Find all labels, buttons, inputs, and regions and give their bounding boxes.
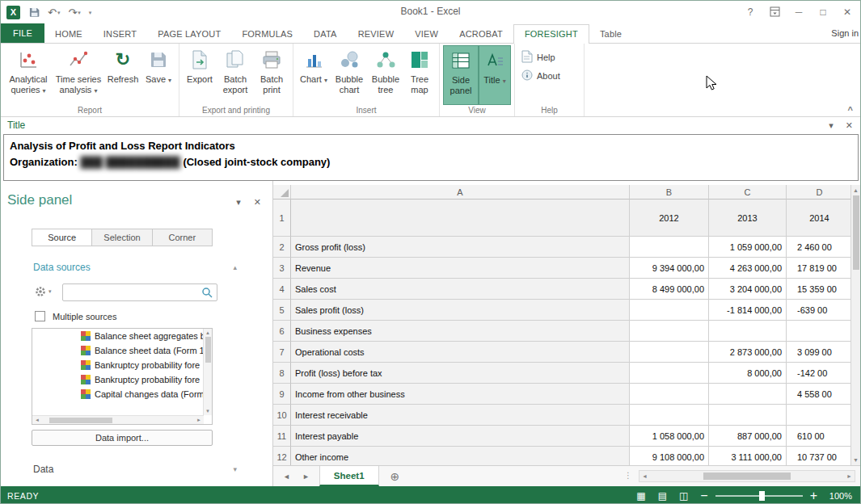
cell-label[interactable]: Interest payable xyxy=(291,426,630,447)
page-layout-view-icon[interactable]: ▤ xyxy=(658,490,667,502)
cell-label[interactable]: Gross profit (loss) xyxy=(291,237,630,258)
cell-value[interactable] xyxy=(787,405,852,426)
tab-acrobat[interactable]: ACROBAT xyxy=(449,25,513,43)
column-header[interactable]: D xyxy=(787,185,852,200)
tab-source[interactable]: Source xyxy=(32,229,92,246)
list-horizontal-scrollbar[interactable]: ◄ ► xyxy=(32,415,204,424)
scroll-up-icon[interactable]: ▲ xyxy=(205,330,210,335)
collapse-section-icon[interactable]: ▴ xyxy=(233,263,237,271)
cell-label[interactable]: Other income xyxy=(291,447,630,465)
cell[interactable] xyxy=(291,200,630,237)
help-titlebar-button[interactable]: ? xyxy=(738,2,762,22)
cell-value[interactable]: 610 00 xyxy=(787,426,852,447)
list-item[interactable]: Balance sheet aggregates b xyxy=(32,329,212,343)
tab-insert[interactable]: INSERT xyxy=(93,25,147,43)
batch-export-button[interactable]: Batch export xyxy=(217,45,254,105)
cell-value[interactable]: 8 000,00 xyxy=(709,363,787,384)
row-number[interactable]: 9 xyxy=(273,384,291,405)
redo-button[interactable]: ↷▾ xyxy=(68,7,80,18)
save-report-button[interactable]: Save ▾ xyxy=(141,45,175,105)
cell-value[interactable]: 887 000,00 xyxy=(709,426,787,447)
minimize-button[interactable]: ─ xyxy=(787,2,811,22)
cell-value[interactable] xyxy=(630,363,709,384)
tab-foresight[interactable]: FORESIGHT xyxy=(513,24,589,44)
source-settings-button[interactable]: ▾ xyxy=(35,286,52,297)
list-item[interactable]: Bankruptcy probability fore xyxy=(32,358,212,372)
list-vertical-scrollbar[interactable]: ▲ ▼ xyxy=(203,329,212,415)
row-number[interactable]: 5 xyxy=(273,300,291,321)
tab-formulas[interactable]: FORMULAS xyxy=(231,25,303,43)
scroll-left-icon[interactable]: ◄ xyxy=(35,418,40,422)
grid-horizontal-scrollbar[interactable]: ◄ ► xyxy=(639,470,855,482)
cell-value[interactable] xyxy=(630,405,709,426)
tab-home[interactable]: HOME xyxy=(44,25,93,43)
cell-label[interactable]: Revenue xyxy=(291,258,630,279)
cell-label[interactable]: Interest receivable xyxy=(291,405,630,426)
tab-file[interactable]: FILE xyxy=(1,23,44,43)
row-number[interactable]: 6 xyxy=(273,321,291,342)
column-header[interactable]: B xyxy=(630,185,709,200)
expand-section-icon[interactable]: ▾ xyxy=(233,465,237,473)
cell-value[interactable] xyxy=(709,321,787,342)
row-number[interactable]: 4 xyxy=(273,279,291,300)
cell-label[interactable]: Sales profit (loss) xyxy=(291,300,630,321)
data-section-header[interactable]: Data xyxy=(33,464,53,475)
cell-value[interactable]: 9 108 000,00 xyxy=(630,447,709,465)
side-panel-close-button[interactable]: ✕ xyxy=(254,197,261,208)
scroll-right-icon[interactable]: ► xyxy=(196,418,201,422)
undo-button[interactable]: ↶▾ xyxy=(48,7,60,18)
row-number[interactable]: 7 xyxy=(273,342,291,363)
bubble-chart-button[interactable]: Bubble chart xyxy=(331,45,368,105)
close-button[interactable]: ✕ xyxy=(835,2,859,22)
scroll-up-icon[interactable]: ▲ xyxy=(853,187,859,193)
normal-view-icon[interactable]: ▦ xyxy=(636,490,645,502)
cell-year[interactable]: 2014 xyxy=(787,200,852,237)
scroll-down-icon[interactable]: ▼ xyxy=(853,457,859,463)
cell-value[interactable]: 3 111 000,00 xyxy=(709,447,787,465)
cell-value[interactable]: 4 558 00 xyxy=(787,384,852,405)
cell-value[interactable]: 2 460 00 xyxy=(787,237,852,258)
title-pane-menu-button[interactable]: ▾ xyxy=(829,120,834,131)
cell-value[interactable]: 3 099 00 xyxy=(787,342,852,363)
excel-app-icon[interactable]: X xyxy=(6,6,20,19)
cell-value[interactable]: 15 359 00 xyxy=(787,279,852,300)
cell-value[interactable]: 9 394 000,00 xyxy=(630,258,709,279)
sheet-tab-active[interactable]: Sheet1 xyxy=(319,466,379,486)
grid-vertical-scrollbar[interactable]: ▲ ▼ xyxy=(850,185,860,465)
cell-value[interactable] xyxy=(630,384,709,405)
tab-view[interactable]: VIEW xyxy=(404,25,449,43)
new-sheet-button[interactable]: ⊕ xyxy=(390,466,400,486)
row-number[interactable]: 1 xyxy=(273,200,291,237)
tab-table[interactable]: Table xyxy=(589,25,632,43)
cell-value[interactable]: 4 263 000,00 xyxy=(709,258,787,279)
cell-value[interactable]: 1 059 000,00 xyxy=(709,237,787,258)
cell-value[interactable]: -142 00 xyxy=(787,363,852,384)
bubble-tree-button[interactable]: Bubble tree xyxy=(368,45,403,105)
tab-corner[interactable]: Corner xyxy=(153,229,213,246)
row-number[interactable]: 11 xyxy=(273,426,291,447)
tab-selection[interactable]: Selection xyxy=(92,229,152,246)
list-item[interactable]: Balance sheet data (Form 1 xyxy=(32,343,212,358)
cell-value[interactable] xyxy=(630,237,709,258)
cell-label[interactable]: Profit (loss) before tax xyxy=(291,363,630,384)
zoom-in-button[interactable]: + xyxy=(810,489,817,503)
sign-in-link[interactable]: Sign in xyxy=(831,28,859,38)
scrollbar-thumb[interactable] xyxy=(205,337,211,363)
customize-qat-button[interactable]: ▾ xyxy=(89,10,92,15)
column-header[interactable]: A xyxy=(291,185,630,200)
refresh-button[interactable]: ↻ Refresh xyxy=(104,45,141,105)
save-quick-button[interactable] xyxy=(28,6,40,18)
scroll-left-icon[interactable]: ◄ xyxy=(642,473,648,479)
row-number[interactable]: 12 xyxy=(273,447,291,465)
cell-value[interactable]: -1 814 000,00 xyxy=(709,300,787,321)
export-button[interactable]: Export xyxy=(183,45,217,105)
cell-value[interactable]: 8 499 000,00 xyxy=(630,279,709,300)
cell-value[interactable]: 10 737 00 xyxy=(787,447,852,465)
cell-value[interactable] xyxy=(630,300,709,321)
maximize-button[interactable]: □ xyxy=(811,2,835,22)
cell-value[interactable]: -639 00 xyxy=(787,300,852,321)
zoom-out-button[interactable]: − xyxy=(700,489,707,503)
select-all-corner[interactable] xyxy=(273,185,291,200)
tree-map-button[interactable]: Tree map xyxy=(403,45,436,105)
tab-review[interactable]: REVIEW xyxy=(348,25,405,43)
